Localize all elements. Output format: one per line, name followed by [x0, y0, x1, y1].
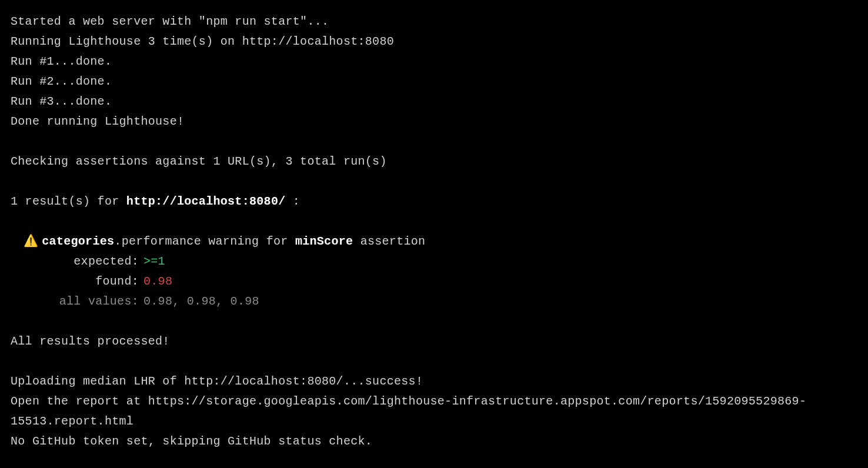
- assertion-found: found:0.98: [11, 272, 857, 292]
- log-line-processed: All results processed!: [11, 332, 857, 352]
- assertion-expected-label: expected:: [49, 252, 143, 272]
- log-line-run3: Run #3...done.: [11, 92, 857, 112]
- assertion-expected-value: >=1: [143, 255, 165, 268]
- log-line-done: Done running Lighthouse!: [11, 112, 857, 132]
- log-line-results: 1 result(s) for http://localhost:8080/ :: [11, 192, 857, 212]
- assertion-found-label: found:: [49, 272, 143, 292]
- results-url: http://localhost:8080/: [126, 195, 286, 208]
- assertion-found-value: 0.98: [143, 275, 172, 288]
- log-line-no-github: No GitHub token set, skipping GitHub sta…: [11, 432, 857, 452]
- log-line-open-report: Open the report at https://storage.googl…: [11, 392, 857, 432]
- assertion-expected: expected:>=1: [11, 252, 857, 272]
- assertion-category: categories: [42, 235, 114, 248]
- assertion-allvalues-value: 0.98, 0.98, 0.98: [143, 295, 259, 308]
- assertion-allvalues-label: all values:: [49, 292, 143, 312]
- warning-icon: ⚠️: [24, 232, 38, 252]
- log-line-run1: Run #1...done.: [11, 52, 857, 72]
- log-line-running: Running Lighthouse 3 time(s) on http://l…: [11, 32, 857, 52]
- assertion-allvalues: all values:0.98, 0.98, 0.98: [11, 292, 857, 312]
- assertion-line: ⚠️categories.performance warning for min…: [11, 232, 857, 252]
- assertion-rule: minScore: [295, 235, 353, 248]
- log-line-run2: Run #2...done.: [11, 72, 857, 92]
- log-line-started: Started a web server with "npm run start…: [11, 12, 857, 32]
- log-line-checking: Checking assertions against 1 URL(s), 3 …: [11, 152, 857, 172]
- terminal-output: Started a web server with "npm run start…: [11, 12, 857, 452]
- log-line-uploading: Uploading median LHR of http://localhost…: [11, 372, 857, 392]
